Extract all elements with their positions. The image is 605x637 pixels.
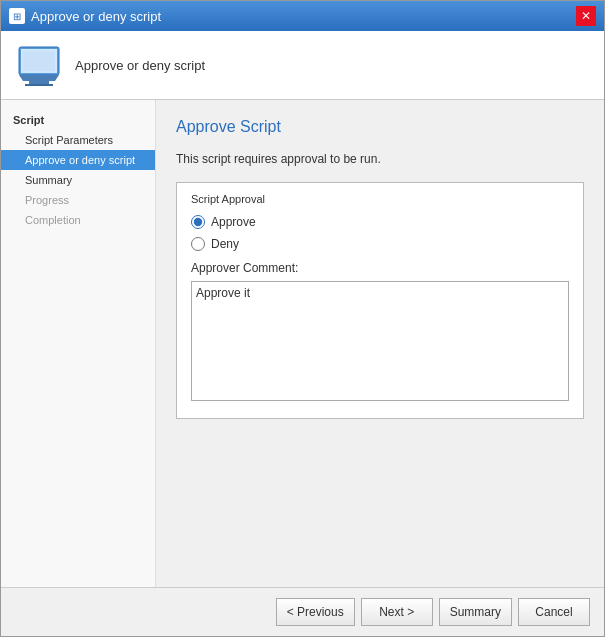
group-box-label: Script Approval — [191, 193, 569, 205]
sidebar-item-summary[interactable]: Summary — [1, 170, 155, 190]
footer: < Previous Next > Summary Cancel — [1, 587, 604, 636]
approve-radio[interactable] — [191, 215, 205, 229]
svg-rect-2 — [23, 51, 55, 71]
approve-option[interactable]: Approve — [191, 215, 569, 229]
sidebar-section-script: Script — [1, 110, 155, 130]
sidebar-item-script-parameters[interactable]: Script Parameters — [1, 130, 155, 150]
title-bar-app-icon: ⊞ — [9, 8, 25, 24]
description-text: This script requires approval to be run. — [176, 152, 584, 166]
sidebar-item-progress: Progress — [1, 190, 155, 210]
svg-marker-3 — [19, 75, 59, 81]
main-content: Approve Script This script requires appr… — [156, 100, 604, 587]
deny-label: Deny — [211, 237, 239, 251]
svg-rect-4 — [29, 81, 49, 84]
sidebar: Script Script Parameters Approve or deny… — [1, 100, 156, 587]
script-approval-group: Script Approval Approve Deny Approver Co… — [176, 182, 584, 419]
previous-button[interactable]: < Previous — [276, 598, 355, 626]
page-title: Approve Script — [176, 118, 584, 136]
header-text: Approve or deny script — [75, 58, 205, 73]
title-bar: ⊞ Approve or deny script ✕ — [1, 1, 604, 31]
approve-label: Approve — [211, 215, 256, 229]
window: ⊞ Approve or deny script ✕ Approve or de… — [0, 0, 605, 637]
sidebar-item-completion: Completion — [1, 210, 155, 230]
deny-radio[interactable] — [191, 237, 205, 251]
svg-rect-5 — [25, 84, 53, 86]
title-bar-left: ⊞ Approve or deny script — [9, 8, 161, 24]
summary-button[interactable]: Summary — [439, 598, 512, 626]
title-bar-title: Approve or deny script — [31, 9, 161, 24]
cancel-button[interactable]: Cancel — [518, 598, 590, 626]
header-section: Approve or deny script — [1, 31, 604, 100]
content-area: Script Script Parameters Approve or deny… — [1, 100, 604, 587]
comment-textarea[interactable]: Approve it — [191, 281, 569, 401]
next-button[interactable]: Next > — [361, 598, 433, 626]
comment-label: Approver Comment: — [191, 261, 569, 275]
close-button[interactable]: ✕ — [576, 6, 596, 26]
deny-option[interactable]: Deny — [191, 237, 569, 251]
header-computer-icon — [15, 41, 63, 89]
sidebar-item-approve-deny[interactable]: Approve or deny script — [1, 150, 155, 170]
